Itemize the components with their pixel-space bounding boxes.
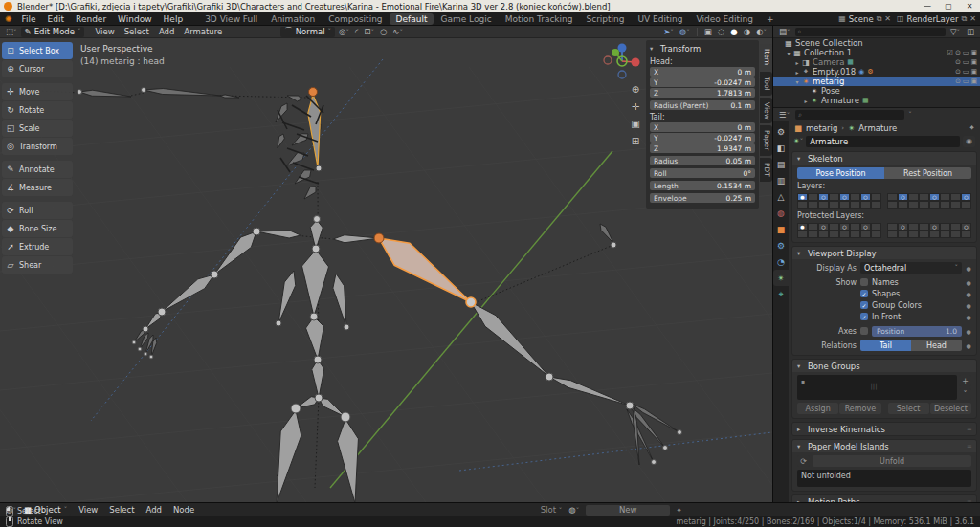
remove-button[interactable]: Remove [839,403,880,414]
outliner-options-icon[interactable]: ◫ [965,27,976,36]
workspace-tab-[interactable]: + [760,13,781,25]
bone-group-specials-button[interactable]: ˅ [959,388,971,400]
outliner-row-empty-018[interactable]: ▸⌖Empty.018◉⚙⊙▭▣ [773,67,980,77]
layer-toggle[interactable] [797,231,808,238]
layer-toggle[interactable] [950,201,961,209]
expand-icon[interactable]: ▸ [793,59,801,66]
expand-icon[interactable]: ▸ [802,98,810,104]
layer-toggle[interactable] [940,193,950,201]
layer-toggle[interactable] [850,223,860,231]
workspace-tab-game-logic[interactable]: Game Logic [434,13,498,25]
outliner-row-collection-1[interactable]: ▾▦Collection 1☑⊙▭▣ [773,48,980,57]
scene-selector[interactable]: ▦ Scene ⧉ ✕ [838,14,891,24]
layer-toggle[interactable] [908,223,919,231]
layer-toggle[interactable] [818,231,829,238]
transform-field-z[interactable]: Z1.7813 m [650,88,755,98]
rest-position-button[interactable]: Rest Position [884,167,971,179]
sidebar-tab-view[interactable]: View [760,98,772,124]
transform-field-length[interactable]: Length0.1534 m [650,181,755,190]
select-button[interactable]: Select [888,403,929,414]
outliner-row-metarig[interactable]: ▾✴metarig⊙▭▣ [773,77,980,86]
tool-extrude[interactable]: ➚Extrude [2,238,73,255]
selectability-icon[interactable]: ➤˅ [661,27,676,36]
xray-toggle-icon[interactable]: ▣ [702,27,714,36]
assign-button[interactable]: Assign [797,403,838,414]
menu-render[interactable]: Render [70,14,112,24]
tool-bone-size[interactable]: ◆Bone Size [2,220,73,237]
animate-dot[interactable]: ● [966,302,971,309]
animate-dot[interactable]: ● [966,342,971,349]
outliner-row-pose[interactable]: ✴Pose [773,86,980,96]
minimize-button[interactable]: — [917,2,938,11]
properties-options-icon[interactable]: ˅ [908,111,912,119]
gizmo-x-axis[interactable] [632,58,640,67]
pin-icon[interactable]: ⌖ [969,122,974,133]
maximize-button[interactable]: ▢ [938,2,959,11]
eye-icon[interactable]: ⊙ [955,68,961,76]
snap-magnet-icon[interactable]: ◜ [353,27,360,36]
layer-toggle[interactable] [829,231,839,238]
layer-toggle[interactable]: ○ [839,223,850,231]
tool-select-box[interactable]: ⊡Select Box [2,42,73,59]
workspace-tab-video-editing[interactable]: Video Editing [689,13,759,25]
layer-toggle[interactable] [887,223,898,231]
layer-toggle[interactable] [829,201,839,209]
sidebar-tab-tool[interactable]: Tool [760,72,772,96]
editor-type-icon[interactable]: ⬚˅ [4,27,19,36]
new-scene-icon[interactable]: ⧉ [877,14,882,24]
skeleton-panel-header[interactable]: ▾Skeleton [792,152,976,165]
relations-head-button[interactable]: Head [911,340,962,351]
layer-toggle[interactable] [871,201,881,209]
layer-toggle[interactable] [950,223,961,231]
perspective-toggle-icon[interactable]: ⊞ [628,136,643,146]
layer-toggle[interactable]: ○ [961,193,971,201]
viewport-menu-view[interactable]: View [90,27,119,36]
shading-material-icon[interactable]: ◑ [742,27,752,36]
layer-toggle[interactable] [871,223,881,231]
layer-toggle[interactable]: ○ [860,193,871,201]
pin-icon[interactable]: ⌖ [675,505,683,516]
axes-checkbox[interactable] [860,327,868,335]
datablock-name-field[interactable]: Armature [806,136,960,147]
screen-icon[interactable]: ▭ [963,58,969,66]
browse-material-icon[interactable]: ◍˅ [567,505,581,515]
workspace-tab-animation[interactable]: Animation [264,13,322,25]
transform-field-x[interactable]: X0 m [650,122,755,132]
gizmo-neg-z-axis[interactable] [618,71,626,78]
outliner-row-camera[interactable]: ▸◨Camera▦⊙▭▣ [773,57,980,67]
layer-toggle[interactable] [850,201,860,209]
menu-edit[interactable]: Edit [42,14,70,24]
group-colors-checkbox[interactable]: ✓ [860,301,868,309]
workspace-tab-3d-view-full[interactable]: 3D View Full [198,13,264,25]
sidebar-tab-item[interactable]: Item [760,44,772,70]
layer-toggle[interactable] [808,223,818,231]
in-front-checkbox[interactable]: ✓ [860,313,868,320]
workspace-tab-scripting[interactable]: Scripting [579,13,631,25]
eye-icon[interactable]: ⊙ [955,58,961,66]
remove-layer-icon[interactable]: ✕ [969,14,976,23]
tool-rotate[interactable]: ↻Rotate [2,101,73,119]
workspace-tab-compositing[interactable]: Compositing [322,13,389,25]
screen-icon[interactable]: ▭ [963,49,969,56]
properties-tab-render[interactable]: ◧ [773,140,789,156]
layer-toggle[interactable] [887,231,898,238]
properties-tab-scene[interactable]: △ [773,188,789,205]
layer-toggle[interactable] [850,231,860,238]
layer-toggle[interactable]: ○ [839,193,850,201]
viewport-menu-add[interactable]: Add [154,27,179,36]
layer-toggle[interactable]: ○ [961,223,971,231]
islands-list[interactable]: Not unfolded [797,470,971,487]
expand-icon[interactable]: ▾ [785,50,792,56]
layer-toggle[interactable] [919,201,929,209]
layer-toggle[interactable]: ○ [818,223,829,231]
shading-wireframe-icon[interactable]: ◌ [716,27,726,36]
layer-toggle[interactable]: ○ [898,223,908,231]
workspace-tab-uv-editing[interactable]: UV Editing [632,13,690,25]
layer-toggle[interactable]: ● [797,223,808,231]
snap-target-icon[interactable]: ⊡˅ [362,27,376,36]
properties-tab-object-data[interactable]: ✴ [773,270,789,286]
layer-toggle[interactable] [808,201,818,209]
animate-dot[interactable]: ● [966,291,971,297]
properties-editor-icon[interactable]: ☰˅ [777,110,791,120]
layer-toggle[interactable] [919,223,929,231]
